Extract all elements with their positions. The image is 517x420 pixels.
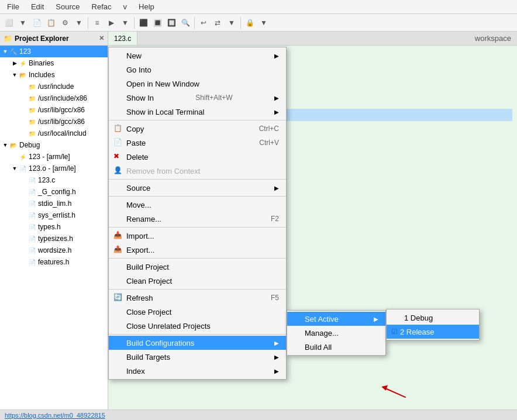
tree-item-stdio-lim[interactable]: 📄 stdio_lim.h: [0, 198, 108, 209]
menu-item-show-local-terminal[interactable]: Show in Local Terminal ▶: [109, 105, 286, 119]
menu-item-refresh[interactable]: 🔄 Refresh F5: [109, 291, 286, 305]
tree-arrow-empty-5: [21, 130, 27, 136]
tree-arrow-123: ▼: [2, 49, 8, 54]
tree-item-123[interactable]: ▼ 🔧 123: [0, 46, 108, 57]
menu-item-build-project[interactable]: Build Project: [109, 260, 286, 274]
menu-item-copy[interactable]: 📋 Copy Ctrl+C: [109, 122, 286, 136]
menu-edit[interactable]: Edit: [29, 1, 46, 12]
toolbar-btn-4[interactable]: 📋: [44, 16, 57, 29]
menu-item-build-targets[interactable]: Build Targets ▶: [109, 350, 286, 364]
h-file-icon-7: 📄: [28, 258, 36, 266]
status-link[interactable]: https://blog.csdn.net/m0_48922815: [5, 412, 105, 419]
menu-item-export[interactable]: 📤 Export...: [109, 243, 286, 257]
tree-item-usr-include-x86[interactable]: 📁 /usr/include/x86: [0, 92, 108, 104]
toolbar-btn-15[interactable]: ⇄: [211, 16, 224, 29]
folder-icon: 📁: [4, 35, 12, 43]
menu-help[interactable]: Help: [136, 1, 157, 12]
toolbar-btn-1[interactable]: ⬜: [2, 16, 15, 29]
toolbar-btn-16[interactable]: ▼: [225, 16, 238, 29]
menu-item-close-project[interactable]: Close Project: [109, 305, 286, 319]
toolbar-btn-14[interactable]: ↩: [197, 16, 210, 29]
menu-item-move[interactable]: Move...: [109, 198, 286, 212]
submenu-l2-item-set-active[interactable]: Set Active ▶: [287, 312, 385, 326]
menu-item-close-unrelated[interactable]: Close Unrelated Projects: [109, 319, 286, 333]
menu-item-go-into[interactable]: Go Into: [109, 63, 286, 77]
toolbar-btn-11[interactable]: 🔳: [151, 16, 164, 29]
menu-label-open-new-window: Open in New Window: [126, 80, 199, 88]
toolbar-btn-6[interactable]: ▼: [73, 16, 85, 29]
menu-arrow-build-targets: ▶: [274, 354, 279, 360]
tree-item-wordsize[interactable]: 📄 wordsize.h: [0, 245, 108, 256]
menu-item-import[interactable]: 📥 Import...: [109, 229, 286, 243]
tree-item-typesizes[interactable]: 📄 typesizes.h: [0, 233, 108, 245]
menu-item-index[interactable]: Index ▶: [109, 364, 286, 378]
tree-label-123c: 123.c: [38, 176, 55, 184]
tree-item-binaries[interactable]: ▶ ⚡ Binaries: [0, 57, 108, 69]
menu-v[interactable]: v: [121, 1, 130, 12]
tree-item-includes[interactable]: ▼ 📂 Includes: [0, 69, 108, 81]
submenu-l3-item-release[interactable]: ☑ 2 Release: [387, 325, 479, 339]
toolbar-btn-8[interactable]: ▶: [105, 16, 118, 29]
tree-arrow-empty-9: [21, 201, 27, 206]
menu-icon-close-project: [113, 307, 123, 316]
tree-item-usr-local[interactable]: 📁 /usr/local/includ: [0, 128, 108, 139]
tree-item-123o-arm[interactable]: ▼ 📄 123.o - [arm/le]: [0, 163, 108, 174]
panel-close-button[interactable]: ✕: [99, 35, 104, 42]
tree-item-usr-include[interactable]: 📁 /usr/include: [0, 81, 108, 92]
tree-item-usr-lib-gcc-2[interactable]: 📁 /usr/lib/gcc/x86: [0, 116, 108, 128]
tree-item-usr-lib-gcc-1[interactable]: 📁 /usr/lib/gcc/x86: [0, 104, 108, 116]
menu-item-show-in[interactable]: Show In Shift+Alt+W ▶: [109, 91, 286, 105]
tree-item-gconfig[interactable]: 📄 _G_config.h: [0, 186, 108, 198]
toolbar-btn-2[interactable]: ▼: [16, 16, 29, 29]
menu-icon-move: [113, 200, 123, 209]
menu-icon-build-all: [292, 342, 301, 352]
tree-item-types[interactable]: 📄 types.h: [0, 221, 108, 233]
menu-item-source[interactable]: Source ▶: [109, 181, 286, 195]
editor-tab-123c[interactable]: 123.c: [108, 32, 137, 45]
menu-source[interactable]: Source: [53, 1, 82, 12]
toolbar-btn-13[interactable]: 🔍: [179, 16, 192, 29]
tree-label-usr-include: /usr/include: [38, 82, 74, 91]
toolbar-btn-10[interactable]: ⬛: [137, 16, 150, 29]
tree-item-123-arm[interactable]: ⚡ 123 - [arm/le]: [0, 151, 108, 163]
folder-icon-1: 📁: [28, 82, 36, 91]
tree-view: ▼ 🔧 123 ▶ ⚡ Binaries ▼ 📂 Includes: [0, 46, 108, 409]
menu-item-delete[interactable]: ✖ Delete: [109, 150, 286, 164]
menu-arrow-build-configs: ▶: [274, 340, 279, 346]
menu-item-clean-project[interactable]: Clean Project: [109, 274, 286, 288]
menu-icon-go-into: [113, 65, 123, 74]
menu-label-build-targets: Build Targets: [126, 353, 170, 362]
submenu-l3-item-debug[interactable]: 1 Debug: [387, 311, 479, 325]
menu-label-refresh: Refresh: [126, 294, 153, 302]
menu-sep-2: [109, 179, 286, 180]
menu-label-export: Export...: [126, 246, 154, 254]
tree-item-debug[interactable]: ▼ 📂 Debug: [0, 139, 108, 151]
tree-arrow-debug: ▼: [2, 142, 8, 148]
submenu-l2-item-build-all[interactable]: Build All: [287, 340, 385, 354]
h-file-icon-5: 📄: [28, 235, 36, 243]
menu-item-open-new-window[interactable]: Open in New Window: [109, 77, 286, 91]
tree-label-gconfig: _G_config.h: [38, 188, 76, 196]
menu-item-rename[interactable]: Rename... F2: [109, 212, 286, 226]
delete-icon: ✖: [113, 152, 123, 161]
tree-arrow-empty-1: [21, 84, 27, 89]
toolbar-btn-9[interactable]: ▼: [119, 16, 132, 29]
folder-icon-5: 📁: [28, 129, 36, 137]
toolbar-btn-17[interactable]: 🔒: [243, 16, 256, 29]
menu-label-index: Index: [126, 367, 145, 376]
tree-arrow-empty-8: [21, 189, 27, 195]
toolbar-btn-7[interactable]: ≡: [91, 16, 104, 29]
tree-item-features[interactable]: 📄 features.h: [0, 256, 108, 268]
toolbar-btn-12[interactable]: 🔲: [165, 16, 178, 29]
menu-item-new[interactable]: New ▶: [109, 49, 286, 63]
menu-file[interactable]: File: [5, 1, 22, 12]
menu-refac[interactable]: Refac: [89, 1, 114, 12]
toolbar-btn-3[interactable]: 📄: [30, 16, 43, 29]
menu-item-build-configs[interactable]: Build Configurations ▶: [109, 336, 286, 350]
toolbar-btn-18[interactable]: ▼: [257, 16, 270, 29]
menu-item-paste[interactable]: 📄 Paste Ctrl+V: [109, 136, 286, 150]
submenu-l2-item-manage[interactable]: Manage...: [287, 326, 385, 340]
toolbar-btn-5[interactable]: ⚙: [58, 16, 71, 29]
tree-item-sys-errlist[interactable]: 📄 sys_errlist.h: [0, 209, 108, 221]
tree-item-123c[interactable]: 📄 123.c: [0, 174, 108, 186]
